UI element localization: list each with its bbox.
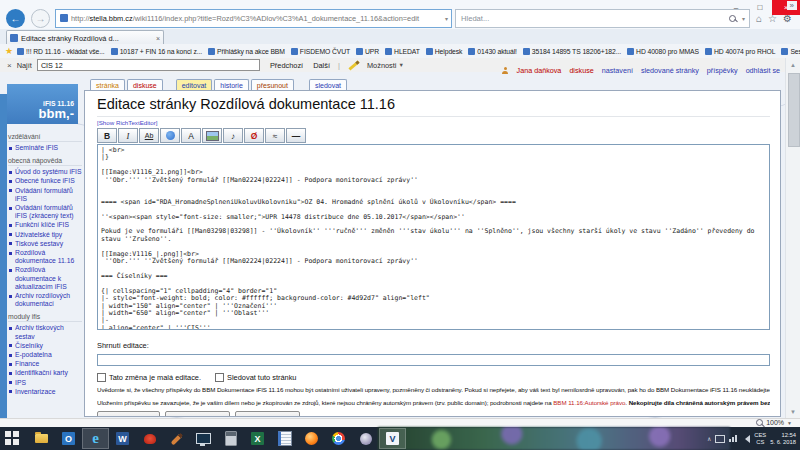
search-dropdown-icon[interactable]: ▾ xyxy=(742,15,745,22)
sidebar-item[interactable]: obecná nápověda xyxy=(8,157,82,166)
personal-link[interactable]: odhlásit se xyxy=(746,66,780,75)
sidebar-item[interactable]: Rozdílová dokumentace 11.16 xyxy=(8,249,82,265)
start-button[interactable] xyxy=(5,431,19,445)
favorites-item[interactable]: !!! RD 11.16 - vkládat vše... xyxy=(17,48,105,55)
certificate-icon[interactable] xyxy=(352,428,379,449)
file-explorer-icon[interactable] xyxy=(28,428,55,449)
personal-link[interactable]: sledované stránky xyxy=(641,66,699,75)
outlook-icon[interactable]: O xyxy=(55,428,82,449)
internet-explorer-icon[interactable]: e xyxy=(82,428,109,449)
find-next-button[interactable]: Další xyxy=(313,61,330,70)
favorites-item[interactable]: HLEDAT xyxy=(385,48,420,55)
sidebar-item[interactable]: Obecné funkce iFIS xyxy=(8,177,82,185)
external-link-button[interactable] xyxy=(160,128,180,143)
sidebar-item[interactable]: Uživatelské tipy xyxy=(8,231,82,239)
richtext-toggle-link[interactable]: [Show RichTextEditor] xyxy=(97,119,770,126)
favorites-item[interactable]: FISDEMO ČVUT xyxy=(291,48,350,55)
browser-scrollbar[interactable]: ▲ ▼ xyxy=(785,58,800,418)
maximize-button[interactable]: □ xyxy=(748,0,772,15)
calculator-icon[interactable] xyxy=(217,428,244,449)
sidebar-item[interactable]: Archiv tiskových sestav xyxy=(8,324,82,340)
sidebar-item[interactable]: Tiskové sestavy xyxy=(8,240,82,248)
favorites-overflow-icon[interactable]: » xyxy=(787,1,797,10)
favorites-item[interactable]: 01430 aktuál! xyxy=(468,48,517,55)
save-button[interactable]: Uložit změny xyxy=(97,411,160,417)
find-input[interactable]: CIS 12 xyxy=(37,59,260,71)
favorites-item[interactable]: 35184 14895 TS 18206+182... xyxy=(523,48,621,55)
wikitext-editor[interactable]: | <br> |} [[Image:V1116_21.png]]<br> ''O… xyxy=(97,144,770,330)
media-button[interactable]: ♪ xyxy=(223,128,243,143)
favorites-item[interactable]: HD 40074 pro RHOL xyxy=(705,48,775,55)
scroll-down-icon[interactable]: ▼ xyxy=(786,405,800,418)
sidebar-item[interactable]: E-podatelna xyxy=(8,351,82,359)
favorites-item[interactable]: HD 40080 pro MMAS xyxy=(627,48,699,55)
clock[interactable]: 12:54 5. 6. 2018 xyxy=(770,432,798,445)
find-options-button[interactable]: Možnosti ▼ xyxy=(367,61,404,70)
language-indicator[interactable]: CES CS xyxy=(754,432,766,445)
headline-button[interactable]: A xyxy=(181,128,201,143)
sidebar-item[interactable]: Finance xyxy=(8,360,82,368)
firefox-icon[interactable] xyxy=(298,428,325,449)
search-icon[interactable] xyxy=(729,15,736,22)
favorites-item[interactable]: 10187 + FIN 16 na konci z... xyxy=(111,48,202,55)
back-button[interactable]: ← xyxy=(6,9,25,28)
address-bar[interactable]: http://stella.bbm.cz/wiki1116/index.php?… xyxy=(55,9,452,28)
personal-link[interactable]: příspěvky xyxy=(707,66,738,75)
favorites-item[interactable]: Sestavy vyřazené z nabídk... xyxy=(781,48,800,55)
watch-page-checkbox[interactable] xyxy=(215,373,224,382)
personal-link[interactable]: diskuse xyxy=(569,66,593,75)
paint-icon[interactable] xyxy=(163,428,190,449)
word-icon[interactable]: W xyxy=(109,428,136,449)
remote-desktop-icon[interactable] xyxy=(190,428,217,449)
favorites-item[interactable]: UPR xyxy=(356,48,379,55)
monitor-icon[interactable] xyxy=(715,435,725,443)
toad-icon[interactable] xyxy=(136,428,163,449)
network-icon[interactable] xyxy=(729,435,737,442)
personal-link[interactable]: Jana daňkova xyxy=(517,66,562,75)
forward-button[interactable]: → xyxy=(31,9,50,28)
italic-button[interactable]: I xyxy=(118,128,138,143)
sidebar-item[interactable]: Semináře iFIS xyxy=(8,144,82,152)
sidebar-item[interactable]: Úvod do systému iFIS xyxy=(8,168,82,176)
diff-button[interactable]: Ukázat změny xyxy=(235,411,300,417)
sidebar-item[interactable]: Ovládání formulářů iFIS (zkrácený text) xyxy=(8,204,82,220)
search-box[interactable]: Hledat... ▾ xyxy=(455,9,750,28)
sidebar-item[interactable]: IPS xyxy=(8,379,82,387)
minimize-button[interactable]: – xyxy=(724,0,748,15)
sidebar-item[interactable]: moduly ifis xyxy=(8,313,82,322)
sidebar-item[interactable]: Archiv rozdílových dokumentací xyxy=(8,292,82,308)
scrollbar-thumb[interactable] xyxy=(788,73,800,147)
scroll-up-icon[interactable]: ▲ xyxy=(786,58,800,71)
wiki-logo[interactable]: iFIS 11.16 bbm,- xyxy=(7,84,78,124)
favorites-item[interactable]: Helpdesk xyxy=(426,48,463,55)
sidebar-item[interactable]: Ovládání formulářů iFIS xyxy=(8,187,82,203)
hr-button[interactable]: — xyxy=(286,128,306,143)
notepad-icon[interactable] xyxy=(271,428,298,449)
preview-button[interactable]: Ukázat náhled xyxy=(165,411,230,417)
internal-link-button[interactable]: Ab xyxy=(139,128,159,143)
viewer-app-icon[interactable]: V xyxy=(379,428,406,449)
browser-tab[interactable]: Editace stránky Rozdílová d... × xyxy=(6,30,164,45)
hidden-icons-chevron[interactable]: ∧ xyxy=(707,435,711,442)
zoom-control[interactable]: 100% ▼ xyxy=(756,419,792,426)
editing-help-link[interactable]: Pomoc při editování xyxy=(341,415,406,417)
excel-icon[interactable]: X xyxy=(244,428,271,449)
sidebar-item[interactable]: Rozdílová dokumentace k aktualizacím iFI… xyxy=(8,266,82,291)
sidebar-item[interactable]: Číselníky xyxy=(8,342,82,350)
copyright-policy-link[interactable]: BBM 11.16:Autorské právo xyxy=(553,399,625,406)
bold-button[interactable]: B xyxy=(97,128,117,143)
volume-icon[interactable] xyxy=(741,435,750,443)
summary-input[interactable] xyxy=(97,354,770,366)
favorites-item[interactable]: Přihlášky na akce BBM xyxy=(208,48,285,55)
tab-close-icon[interactable]: × xyxy=(156,35,160,42)
sidebar-item[interactable]: vzdělávání xyxy=(8,133,82,142)
chrome-icon[interactable] xyxy=(325,428,352,449)
sidebar-item[interactable]: Inventarizace xyxy=(8,388,82,396)
minor-edit-checkbox[interactable] xyxy=(97,373,106,382)
highlight-icon[interactable] xyxy=(348,60,359,70)
find-close-icon[interactable]: × xyxy=(7,61,12,70)
cancel-link[interactable]: Storno xyxy=(313,415,335,417)
personal-link[interactable]: nastavení xyxy=(602,66,633,75)
sidebar-item[interactable]: Funkční klíče iFIS xyxy=(8,221,82,229)
sidebar-item[interactable]: Identifikační karty xyxy=(8,369,82,377)
